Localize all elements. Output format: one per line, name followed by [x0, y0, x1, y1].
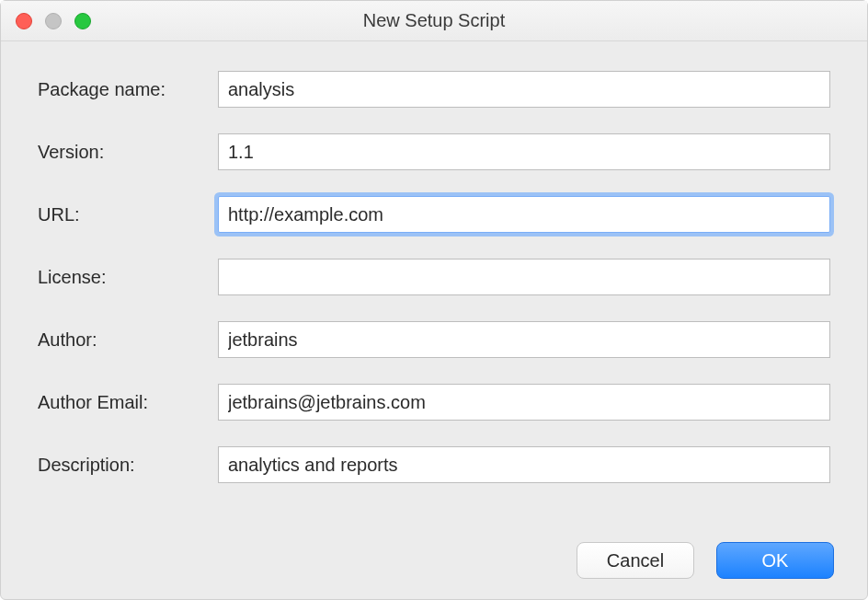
input-package-name[interactable]: [218, 71, 830, 108]
input-version[interactable]: [218, 133, 830, 170]
row-description: Description:: [38, 446, 830, 483]
row-package-name: Package name:: [38, 71, 830, 108]
zoom-icon[interactable]: [74, 13, 91, 29]
window-controls: [1, 13, 91, 29]
close-icon[interactable]: [16, 13, 32, 29]
row-version: Version:: [38, 133, 830, 170]
label-author-email: Author Email:: [38, 392, 218, 413]
minimize-icon[interactable]: [45, 13, 62, 29]
row-license: License:: [38, 259, 830, 295]
ok-button[interactable]: OK: [716, 542, 834, 579]
label-version: Version:: [38, 142, 218, 163]
row-author: Author:: [38, 321, 830, 358]
input-author[interactable]: [218, 321, 830, 358]
form-content: Package name: Version: URL: License: Aut…: [1, 41, 867, 525]
label-license: License:: [38, 267, 218, 288]
row-url: URL:: [38, 196, 830, 233]
input-license[interactable]: [218, 259, 830, 295]
dialog-footer: Cancel OK: [1, 525, 867, 599]
input-url[interactable]: [218, 196, 830, 233]
label-url: URL:: [38, 204, 218, 225]
row-author-email: Author Email:: [38, 384, 830, 421]
dialog-window: New Setup Script Package name: Version: …: [0, 0, 868, 600]
label-description: Description:: [38, 455, 218, 476]
label-author: Author:: [38, 329, 218, 351]
titlebar: New Setup Script: [1, 1, 867, 41]
input-author-email[interactable]: [218, 384, 830, 421]
window-title: New Setup Script: [1, 10, 867, 31]
cancel-button[interactable]: Cancel: [577, 542, 694, 579]
label-package-name: Package name:: [38, 79, 218, 100]
input-description[interactable]: [218, 446, 830, 483]
